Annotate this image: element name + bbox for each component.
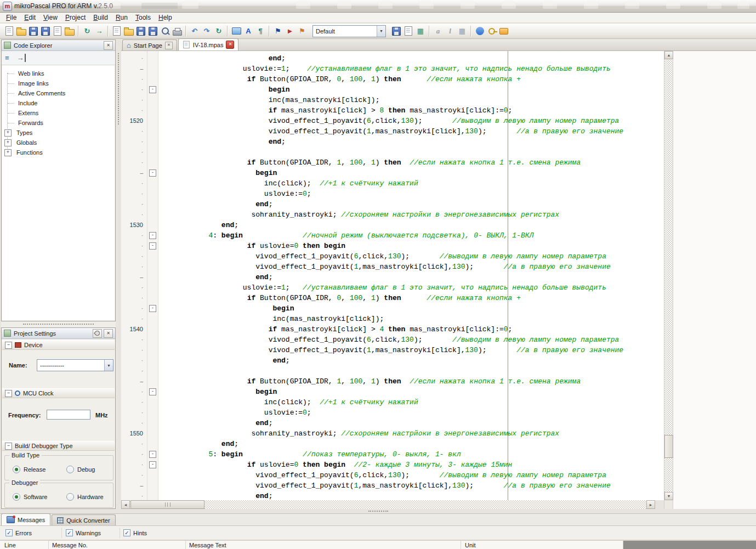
horizontal-scrollbar[interactable]: ◄ ►	[121, 500, 673, 509]
fold-marker[interactable]: -	[147, 84, 158, 95]
code-line[interactable]: 4: begin //ночной режим (выключается под…	[174, 230, 664, 241]
checkbox-icon[interactable]: ✓	[66, 529, 73, 536]
menu-run[interactable]: Run	[112, 13, 132, 22]
code-line[interactable]: end;	[174, 439, 664, 449]
code-line[interactable]: end;	[174, 199, 664, 210]
reload-file-icon[interactable]: ↻	[213, 25, 225, 37]
tree-item-functions[interactable]: +Functions	[2, 148, 115, 157]
column-separator[interactable]	[461, 541, 461, 549]
horizontal-scroll-track[interactable]	[130, 500, 646, 509]
editor-font-icon[interactable]: A	[242, 25, 254, 37]
chevron-down-icon[interactable]: ▼	[104, 360, 113, 371]
vertical-scrollbar[interactable]: ▲ ▼	[664, 51, 673, 500]
code-line[interactable]: vivod_effect_1_poyavit(6,click,130); //в…	[174, 470, 664, 480]
show-formatting-icon[interactable]: ¶	[254, 25, 266, 37]
code-line[interactable]: inc(mas_nastroyki[click]);	[174, 95, 664, 105]
save-project-icon[interactable]	[27, 25, 39, 37]
filter-warnings[interactable]: ✓Warnings	[66, 529, 101, 536]
code-line[interactable]: sohranity_nastroyki; //схороняем настрйо…	[174, 428, 664, 439]
tab-start-page[interactable]: ⌂ Start Page ✕	[122, 39, 177, 50]
code-line[interactable]: end;	[174, 220, 664, 230]
code-line[interactable]: inc(click); //+1 к счётчику нажатий	[174, 178, 664, 189]
open-project-icon[interactable]	[15, 25, 27, 37]
license-key-icon[interactable]	[486, 25, 498, 37]
program-icon[interactable]: ⚑	[296, 25, 308, 37]
panel-editor-splitter[interactable]	[116, 39, 121, 509]
fold-marker[interactable]: -	[147, 460, 158, 470]
open-file-icon[interactable]	[123, 25, 135, 37]
menu-view[interactable]: View	[39, 13, 61, 22]
tab-quick-converter[interactable]: Quick Converter	[52, 514, 115, 525]
code-line[interactable]: if uslovie=0 then begin //2- каждые 3 ми…	[174, 460, 664, 470]
code-line[interactable]: uslovie:=0;	[174, 407, 664, 418]
code-line[interactable]: begin	[174, 84, 664, 95]
redo-icon[interactable]: ↷	[201, 25, 213, 37]
software-radio[interactable]: Software	[13, 493, 47, 501]
code-explorer-close-button[interactable]: ✕	[104, 41, 113, 50]
checkbox-icon[interactable]: ✓	[123, 529, 130, 536]
fold-marker[interactable]: -	[147, 168, 158, 178]
column-header-line[interactable]: Line	[4, 542, 16, 548]
open-project-group-icon[interactable]: →	[93, 25, 105, 37]
code-line[interactable]: end;	[174, 137, 664, 147]
column-header-unit[interactable]: Unit	[465, 542, 476, 548]
code-line[interactable]: vivod_effect_1_poyavit(1,mas_nastroyki[c…	[174, 480, 664, 491]
code-line[interactable]: if Button(GPIOA_IDR, 1, 100, 1) then //е…	[174, 157, 664, 168]
project-settings-close-button[interactable]: ✕	[104, 329, 113, 338]
locate-declaration-icon[interactable]: →	[17, 54, 26, 62]
horizontal-scroll-thumb[interactable]	[130, 500, 204, 509]
ascii-chart-icon[interactable]: a	[432, 25, 444, 37]
code-line[interactable]: vivod_effect_1_poyavit(1,mas_nastroyki[c…	[174, 126, 664, 137]
column-header-message-no[interactable]: Message No.	[52, 542, 88, 548]
code-line[interactable]: vivod_effect_1_poyavit(6,click,130); //в…	[174, 251, 664, 262]
edit-search-paths-icon[interactable]: ▦	[414, 25, 427, 37]
close-project-icon[interactable]	[64, 25, 76, 37]
checkbox-icon[interactable]: ✓	[5, 529, 13, 536]
expand-icon[interactable]: +	[4, 149, 12, 156]
column-separator[interactable]	[185, 541, 186, 549]
collapse-icon[interactable]: −	[5, 390, 12, 397]
fold-marker[interactable]: -	[147, 303, 158, 314]
tree-item-include[interactable]: Include	[2, 98, 115, 108]
scroll-down-button[interactable]: ▼	[664, 492, 673, 500]
code-text[interactable]: end; uslovie:=1; //устанавливаем флаг в …	[158, 51, 664, 500]
code-line[interactable]: vivod_effect_1_poyavit(1,mas_nastroyki[c…	[174, 262, 664, 272]
code-line[interactable]: begin	[174, 168, 664, 178]
tree-item-active-comments[interactable]: Active Comments	[2, 88, 115, 98]
menu-file[interactable]: File	[2, 13, 20, 22]
device-section-header[interactable]: − Device	[2, 340, 115, 350]
lcd-custom-chars-icon[interactable]: l	[444, 25, 456, 37]
code-line[interactable]	[174, 366, 664, 376]
code-line[interactable]: if Button(GPIOA_IDR, 0, 100, 1) then //е…	[174, 74, 664, 84]
refresh-project-icon[interactable]: ↻	[81, 25, 93, 37]
frequency-input[interactable]	[47, 410, 90, 420]
code-line[interactable]: if mas_nastroyki[click] > 8 then mas_nas…	[174, 105, 664, 116]
code-line[interactable]: if mas_nastroyki[click] > 4 then mas_nas…	[174, 324, 664, 335]
save-all-icon[interactable]	[147, 25, 159, 37]
menu-project[interactable]: Project	[61, 13, 89, 22]
scroll-left-button[interactable]: ◄	[121, 500, 130, 509]
fold-marker[interactable]: -	[147, 387, 158, 397]
code-line[interactable]: if Button(GPIOA_IDR, 1, 100, 1) then //е…	[174, 376, 664, 387]
menu-help[interactable]: Help	[155, 13, 176, 22]
tree-item-types[interactable]: +Types	[2, 128, 115, 138]
code-line[interactable]: end;	[174, 355, 664, 366]
explorer-settings-splitter[interactable]	[1, 321, 116, 327]
expand-icon[interactable]: +	[4, 129, 12, 137]
build-debugger-section-header[interactable]: − Build/ Debugger Type	[2, 441, 115, 451]
tab-close-icon[interactable]: ✕	[226, 41, 234, 49]
new-file-icon[interactable]	[111, 25, 123, 37]
tree-item-externs[interactable]: Externs	[2, 108, 115, 118]
code-line[interactable]	[174, 147, 664, 157]
release-radio[interactable]: Release	[13, 466, 46, 473]
code-line[interactable]: inc(click); //+1 к счётчику нажатий	[174, 397, 664, 407]
tab-iv-18-mpas[interactable]: IV-18.mpas ✕	[178, 38, 239, 50]
debug-radio[interactable]: Debug	[66, 466, 95, 473]
code-line[interactable]: uslovie:=1; //устанавливаем флаг в 1 это…	[174, 64, 664, 74]
build-and-program-icon[interactable]: ►	[284, 25, 296, 37]
expand-icon[interactable]: +	[4, 139, 12, 146]
code-line[interactable]: vivod_effect_1_poyavit(1,mas_nastroyki[c…	[174, 345, 664, 355]
build-icon[interactable]: ⚑	[272, 25, 284, 37]
scheme-combobox[interactable]: Default▼	[312, 25, 386, 37]
fold-marker[interactable]: -	[147, 449, 158, 460]
